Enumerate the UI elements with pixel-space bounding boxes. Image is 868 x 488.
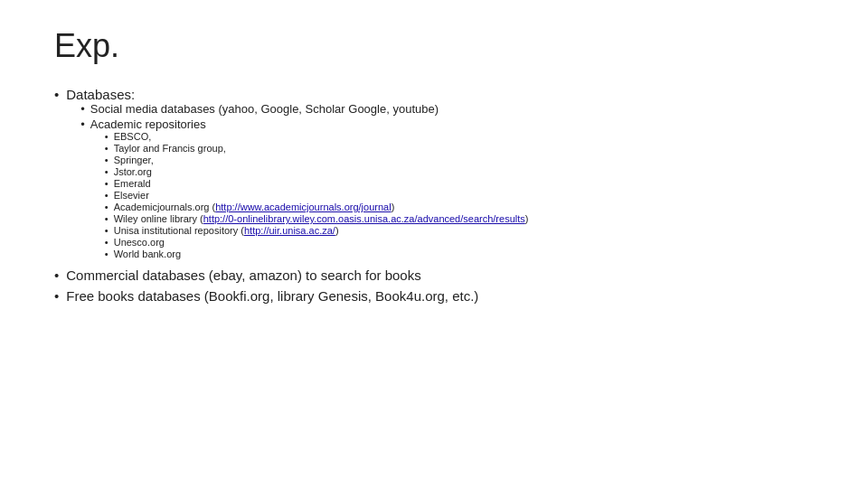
list-item-commercial: Commercial databases (ebay, amazon) to s… [54, 267, 814, 283]
ebsco-label: EBSCO, [114, 131, 152, 142]
worldbank-label: World bank.org [114, 249, 181, 259]
list-item-unesco: Unesco.org [105, 237, 529, 248]
list-item-wiley: Wiley online library (http://0-onlinelib… [105, 213, 529, 224]
taylor-label: Taylor and Francis group, [114, 143, 226, 154]
wiley-link[interactable]: http://0-onlinelibrary.wiley.com.oasis.u… [203, 213, 525, 224]
databases-label: Databases: [66, 87, 528, 102]
unisa-link[interactable]: http://uir.unisa.ac.za/ [244, 225, 335, 236]
wiley-text: Wiley online library (http://0-onlinelib… [114, 213, 529, 224]
slide-title: Exp. [54, 27, 814, 65]
main-list: Databases: Social media databases (yahoo… [54, 87, 814, 304]
springer-label: Springer, [114, 155, 154, 165]
databases-sub-list: Social media databases (yahoo, Google, S… [80, 102, 528, 262]
list-item-unisa: Unisa institutional repository (http://u… [105, 225, 529, 236]
elsevier-label: Elsevier [114, 190, 149, 201]
social-media-label: Social media databases (yahoo, Google, S… [90, 102, 439, 116]
list-item-ebsco: EBSCO, [105, 131, 529, 142]
list-item-social-media: Social media databases (yahoo, Google, S… [80, 102, 528, 116]
unesco-label: Unesco.org [114, 237, 165, 248]
list-item-free-books: Free books databases (Bookfi.org, librar… [54, 288, 814, 304]
list-item-academic: Academic repositories EBSCO, Taylor and … [80, 117, 528, 260]
academicjournals-link[interactable]: http://www.academicjournals.org/journal [215, 202, 391, 212]
list-item-academicjournals: Academicjournals.org (http://www.academi… [105, 202, 529, 212]
academic-label: Academic repositories [90, 117, 206, 131]
academicjournals-text: Academicjournals.org (http://www.academi… [114, 202, 395, 212]
list-item-springer: Springer, [105, 155, 529, 165]
free-books-label: Free books databases (Bookfi.org, librar… [66, 288, 478, 304]
commercial-label: Commercial databases (ebay, amazon) to s… [66, 267, 420, 283]
list-item-worldbank: World bank.org [105, 249, 529, 259]
emerald-label: Emerald [114, 178, 151, 189]
jstor-label: Jstor.org [114, 166, 152, 177]
list-item-jstor: Jstor.org [105, 166, 529, 177]
list-item-taylor: Taylor and Francis group, [105, 143, 529, 154]
unisa-text: Unisa institutional repository (http://u… [114, 225, 339, 236]
list-item-databases: Databases: Social media databases (yahoo… [54, 87, 814, 262]
list-item-elsevier: Elsevier [105, 190, 529, 201]
list-item-emerald: Emerald [105, 178, 529, 189]
academic-sub-list: EBSCO, Taylor and Francis group, Springe… [105, 131, 529, 259]
